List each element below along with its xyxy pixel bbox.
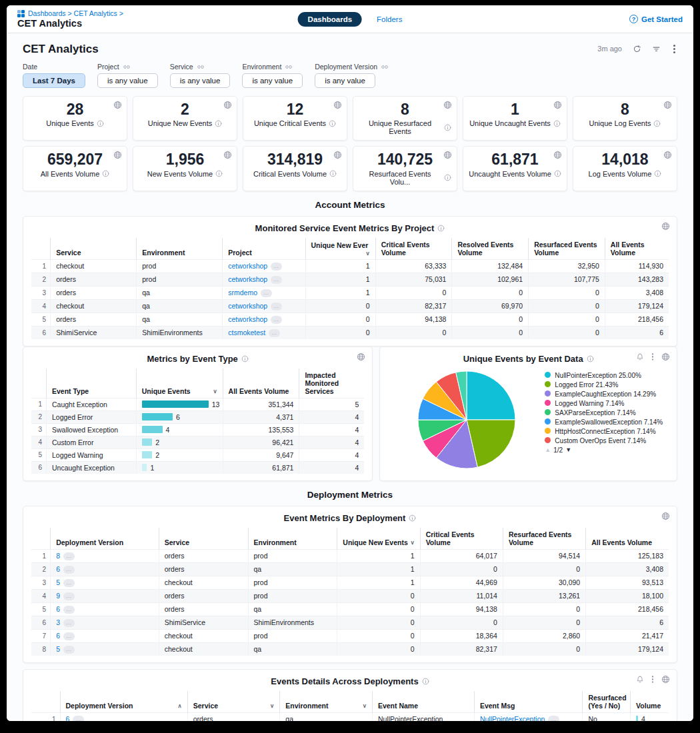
drill-menu-pill[interactable]: … bbox=[548, 716, 559, 721]
info-icon[interactable] bbox=[215, 170, 223, 177]
column-header[interactable]: Resolved Events Volume bbox=[452, 238, 529, 260]
column-header[interactable]: Resurfaced Events Volume bbox=[529, 238, 605, 260]
globe-icon[interactable] bbox=[443, 101, 452, 109]
drill-menu-pill[interactable]: … bbox=[63, 619, 75, 627]
legend-item[interactable]: NullPointerException 25.00% bbox=[545, 371, 669, 380]
pie-slice[interactable] bbox=[467, 371, 515, 420]
column-header[interactable]: All Events Volume bbox=[586, 528, 669, 550]
cell-link[interactable]: 3 bbox=[56, 618, 60, 626]
globe-icon[interactable] bbox=[357, 353, 365, 361]
cell-link[interactable]: 6 bbox=[66, 715, 70, 721]
cell-link[interactable]: ctsmoketest bbox=[228, 329, 265, 337]
link-icon[interactable] bbox=[197, 63, 205, 71]
column-header[interactable]: Deployment Version bbox=[51, 528, 159, 550]
column-header[interactable]: Critical Events Volume bbox=[375, 238, 452, 260]
info-icon[interactable] bbox=[653, 120, 661, 127]
filter-icon[interactable] bbox=[652, 45, 661, 53]
globe-icon[interactable] bbox=[663, 101, 672, 109]
info-icon[interactable] bbox=[241, 355, 249, 363]
drill-menu-pill[interactable]: … bbox=[73, 716, 84, 721]
drill-menu-pill[interactable]: … bbox=[63, 606, 75, 614]
pie-chart[interactable] bbox=[417, 370, 517, 470]
column-header[interactable]: Event Type bbox=[46, 368, 136, 398]
cell-link[interactable]: srmdemo bbox=[228, 289, 257, 297]
cell-link[interactable]: cetworkshop bbox=[228, 302, 267, 310]
info-icon[interactable] bbox=[409, 514, 416, 522]
globe-icon[interactable] bbox=[113, 151, 122, 159]
link-icon[interactable] bbox=[381, 63, 389, 71]
bell-icon[interactable] bbox=[636, 675, 644, 684]
filter-value-chip[interactable]: is any value bbox=[315, 73, 375, 88]
drill-menu-pill[interactable]: … bbox=[63, 579, 75, 587]
sort-desc-icon[interactable]: ∨ bbox=[270, 702, 274, 709]
globe-icon[interactable] bbox=[443, 151, 452, 159]
info-icon[interactable] bbox=[444, 174, 451, 181]
column-header[interactable]: Environment bbox=[137, 238, 223, 260]
filter-value-chip[interactable]: is any value bbox=[170, 73, 231, 88]
cell-link[interactable]: 6 bbox=[56, 605, 60, 613]
column-header[interactable]: Impacted Monitored Services bbox=[299, 368, 364, 398]
globe-icon[interactable] bbox=[553, 151, 562, 159]
drill-menu-pill[interactable]: … bbox=[261, 289, 272, 297]
globe-icon[interactable] bbox=[661, 222, 670, 231]
column-header[interactable]: Unique New Events∨ bbox=[337, 528, 420, 550]
legend-item[interactable]: HttpHostConnectException 7.14% bbox=[545, 427, 669, 436]
breadcrumb[interactable]: Dashboards > CET Analytics > bbox=[28, 9, 123, 17]
sort-desc-icon[interactable]: ∨ bbox=[363, 702, 367, 709]
kebab-icon[interactable] bbox=[651, 353, 654, 361]
info-icon[interactable] bbox=[102, 170, 109, 177]
filter-value-chip[interactable]: is any value bbox=[97, 73, 158, 88]
column-header[interactable]: Event Msg bbox=[474, 691, 583, 713]
cell-link[interactable]: cetworkshop bbox=[228, 315, 267, 323]
cell-link[interactable]: 5 bbox=[56, 578, 60, 586]
link-icon[interactable] bbox=[123, 63, 131, 71]
cell-link[interactable]: 6 bbox=[56, 565, 60, 573]
sort-desc-icon[interactable]: ∨ bbox=[365, 250, 369, 257]
column-header[interactable]: Project bbox=[223, 238, 305, 260]
globe-icon[interactable] bbox=[333, 151, 342, 159]
drill-menu-pill[interactable]: … bbox=[63, 592, 75, 600]
column-header[interactable]: Unique Events∨ bbox=[136, 368, 223, 398]
globe-icon[interactable] bbox=[663, 151, 672, 159]
globe-icon[interactable] bbox=[661, 353, 670, 361]
globe-icon[interactable] bbox=[223, 151, 232, 159]
globe-icon[interactable] bbox=[661, 675, 670, 684]
cell-link[interactable]: 8 bbox=[56, 552, 60, 560]
cell-link[interactable]: 9 bbox=[56, 592, 60, 600]
sort-desc-icon[interactable]: ∨ bbox=[410, 539, 414, 546]
globe-icon[interactable] bbox=[333, 101, 342, 109]
more-menu-icon[interactable] bbox=[671, 45, 677, 53]
legend-item[interactable]: Logged Warning 7.14% bbox=[545, 399, 669, 408]
drill-menu-pill[interactable]: … bbox=[271, 276, 282, 284]
column-header[interactable]: All Events Volume bbox=[223, 368, 299, 398]
info-icon[interactable] bbox=[437, 225, 445, 232]
legend-item[interactable]: ExampleCaughtException 14.29% bbox=[545, 390, 669, 398]
info-icon[interactable] bbox=[587, 355, 594, 363]
info-icon[interactable] bbox=[553, 120, 561, 127]
info-icon[interactable] bbox=[422, 678, 429, 685]
sort-desc-icon[interactable]: ∨ bbox=[213, 388, 217, 394]
globe-icon[interactable] bbox=[661, 512, 670, 520]
globe-icon[interactable] bbox=[553, 101, 562, 109]
cell-link[interactable]: cetworkshop bbox=[228, 275, 267, 283]
legend-item[interactable]: SAXParseException 7.14% bbox=[545, 408, 669, 417]
column-header[interactable]: Event Name bbox=[372, 691, 474, 713]
globe-icon[interactable] bbox=[113, 101, 122, 109]
drill-menu-pill[interactable]: … bbox=[63, 646, 75, 654]
column-header[interactable]: Volume bbox=[631, 691, 669, 713]
drill-menu-pill[interactable]: … bbox=[63, 566, 75, 574]
info-icon[interactable] bbox=[654, 170, 661, 177]
get-started-link[interactable]: Get Started bbox=[641, 15, 683, 23]
tab-folders[interactable]: Folders bbox=[377, 15, 402, 23]
cell-link[interactable]: cetworkshop bbox=[228, 262, 267, 270]
tab-dashboards[interactable]: Dashboards bbox=[298, 12, 362, 27]
drill-menu-pill[interactable]: … bbox=[271, 263, 282, 271]
help-icon[interactable]: ? bbox=[629, 15, 638, 23]
column-header[interactable]: Service∨ bbox=[187, 691, 280, 713]
sort-asc-icon[interactable]: ∧ bbox=[177, 702, 181, 709]
drill-menu-pill[interactable]: … bbox=[271, 316, 282, 324]
info-icon[interactable] bbox=[329, 170, 337, 177]
column-header[interactable]: Environment∨ bbox=[280, 691, 373, 713]
legend-item[interactable]: Custom OverOps Event 7.14% bbox=[545, 436, 669, 445]
info-icon[interactable] bbox=[329, 120, 336, 127]
